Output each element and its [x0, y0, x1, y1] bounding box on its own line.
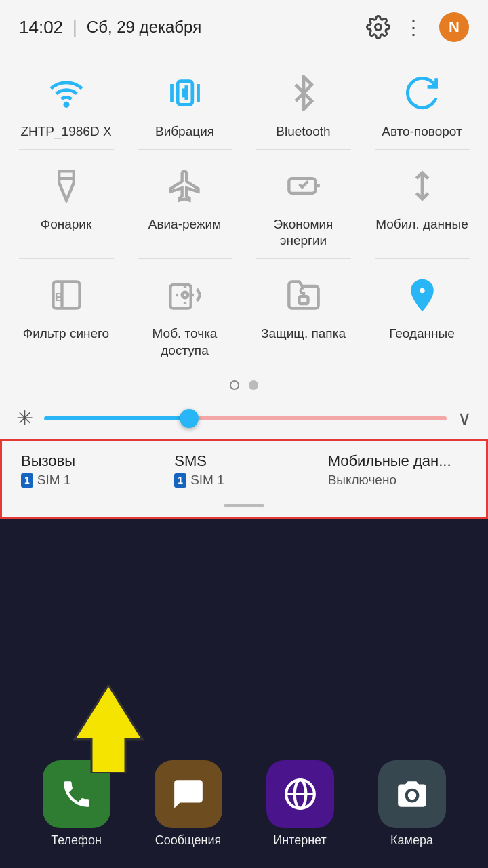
settings-icon[interactable]	[365, 14, 392, 41]
bluefilter-label: Фильтр синего	[23, 326, 109, 342]
drag-handle[interactable]	[2, 498, 486, 513]
sim-mobiledata[interactable]: Мобильные дан... Выключено	[321, 448, 474, 492]
bluetooth-label: Bluetooth	[276, 123, 330, 140]
dot-1[interactable]	[230, 380, 239, 390]
sim-sms-title: SMS	[174, 452, 313, 470]
tile-securefolder[interactable]: Защищ. папка	[244, 259, 363, 368]
tile-vibration[interactable]: Вибрация	[125, 57, 244, 150]
sim-panel: Вызовы 1 SIM 1 SMS 1 SIM 1 Мобильные дан…	[0, 439, 488, 519]
svg-point-1	[64, 103, 67, 106]
tile-wifi[interactable]: ZHTP_1986D X	[7, 57, 125, 150]
status-left: 14:02 | Сб, 29 декабря	[19, 17, 201, 38]
sim-calls-title: Вызовы	[21, 452, 160, 470]
tiles-row-1: ZHTP_1986D X Вибрация	[0, 57, 488, 150]
wifi-label: ZHTP_1986D X	[20, 123, 111, 140]
sim-sms[interactable]: SMS 1 SIM 1	[167, 448, 321, 492]
svg-text:B: B	[54, 290, 63, 304]
tile-autorotate[interactable]: Авто-поворот	[363, 57, 481, 150]
tile-bluetooth[interactable]: Bluetooth	[244, 57, 363, 150]
status-divider: |	[73, 17, 77, 38]
dock-messages[interactable]: Сообщения	[155, 760, 222, 848]
svg-point-0	[375, 24, 382, 31]
brightness-thumb[interactable]	[180, 409, 199, 428]
securefolder-label: Защищ. папка	[261, 326, 346, 342]
brightness-icon: ✳	[16, 406, 33, 430]
svg-rect-13	[299, 296, 308, 304]
drag-bar	[224, 504, 264, 507]
status-date: Сб, 29 декабря	[87, 18, 201, 37]
mobiledata-label: Мобил. данные	[375, 216, 468, 233]
sim-mobiledata-status: Выключено	[328, 473, 467, 488]
avatar: N	[439, 12, 469, 42]
status-right: ⋮ N	[365, 12, 469, 42]
camera-icon	[378, 760, 446, 828]
sim-sms-sub: 1 SIM 1	[174, 473, 313, 488]
dock-camera[interactable]: Камера	[378, 760, 446, 848]
dot-2[interactable]	[249, 380, 258, 390]
flashlight-label: Фонарик	[41, 216, 92, 233]
arrow-overlay	[68, 685, 149, 773]
hotspot-label: Моб. точка доступа	[131, 326, 239, 359]
messages-icon	[155, 760, 222, 828]
page-dots	[0, 368, 488, 399]
vibration-label: Вибрация	[155, 123, 214, 140]
dock-camera-label: Камера	[390, 833, 433, 848]
sim-sms-label: SIM 1	[190, 473, 224, 488]
sim-calls-sub: 1 SIM 1	[21, 473, 160, 488]
brightness-expand-icon[interactable]: ∨	[458, 407, 472, 429]
sim-sms-badge: 1	[174, 473, 186, 488]
brightness-row: ✳ ∨	[0, 399, 488, 439]
dock-messages-label: Сообщения	[155, 833, 222, 848]
airplane-label: Авиа-режим	[148, 216, 222, 233]
sim-calls-label: SIM 1	[37, 473, 71, 488]
overflow-menu-icon[interactable]: ⋮	[404, 16, 424, 39]
sim-mobiledata-title: Мобильные дан...	[328, 452, 467, 470]
brightness-slider[interactable]	[44, 416, 447, 420]
svg-marker-5	[59, 171, 74, 200]
tile-hotspot[interactable]: Моб. точка доступа	[125, 259, 244, 368]
tile-bluefilter[interactable]: B Фильтр синего	[7, 259, 125, 368]
sim-calls[interactable]: Вызовы 1 SIM 1	[14, 448, 167, 492]
time-display: 14:02	[19, 17, 63, 38]
tile-geodata[interactable]: Геоданные	[363, 259, 481, 368]
tile-mobiledata[interactable]: Мобил. данные	[363, 150, 481, 259]
status-bar: 14:02 | Сб, 29 декабря ⋮ N	[0, 0, 488, 50]
dock-phone-label: Телефон	[51, 833, 102, 848]
tiles-row-3: B Фильтр синего Моб. точка доступа	[0, 259, 488, 368]
dock-internet-label: Интернет	[273, 833, 327, 848]
dock-phone[interactable]: Телефон	[43, 760, 110, 848]
tiles-row-2: Фонарик Авиа-режим Экономия энерги	[0, 150, 488, 259]
sim-calls-badge: 1	[21, 473, 33, 488]
svg-marker-14	[75, 685, 142, 773]
internet-icon	[266, 760, 334, 828]
tile-airplane[interactable]: Авиа-режим	[125, 150, 244, 259]
tile-batterysaver[interactable]: Экономия энергии	[244, 150, 363, 259]
batterysaver-label: Экономия энергии	[249, 216, 357, 250]
geodata-label: Геоданные	[389, 326, 455, 342]
quick-settings-panel: ZHTP_1986D X Вибрация	[0, 50, 488, 519]
sim-row: Вызовы 1 SIM 1 SMS 1 SIM 1 Мобильные дан…	[2, 441, 486, 498]
svg-point-18	[407, 791, 416, 800]
dock-internet[interactable]: Интернет	[266, 760, 334, 848]
tile-flashlight[interactable]: Фонарик	[7, 150, 125, 259]
autorotate-label: Авто-поворот	[382, 123, 462, 140]
